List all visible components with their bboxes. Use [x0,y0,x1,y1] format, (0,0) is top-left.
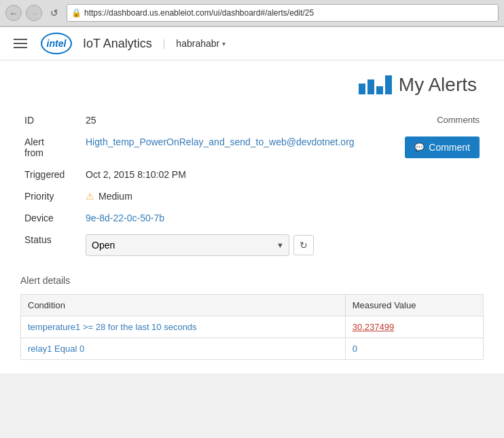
table-row: temperature1 >= 28 for the last 10 secon… [21,316,484,338]
refresh-action-icon: ↻ [300,240,308,251]
comments-label: Comments [391,109,484,131]
forward-button[interactable]: → [26,5,42,21]
measured-value-cell-1[interactable]: 30.237499 [345,316,483,338]
comment-button[interactable]: 💬 Comment [405,136,480,158]
table-row: relay1 Equal 0 0 [21,338,484,360]
hamburger-line [14,47,27,48]
refresh-action-button[interactable]: ↻ [293,235,314,255]
alert-from-label: Alertfrom [20,131,82,164]
id-value: 25 [82,109,391,131]
condition-cell-1[interactable]: temperature1 >= 28 for the last 10 secon… [21,316,346,338]
alert-from-value[interactable]: Higth_temp_PowerOnRelay_and_send_to_web@… [82,131,391,164]
header-divider: | [163,38,166,49]
triggered-row: Triggered Oct 2, 2015 8:10:02 PM [20,164,484,185]
measured-value-header: Measured Value [345,295,483,316]
status-row: Status Open Closed ▼ ↻ [20,229,484,261]
lock-icon: 🔒 [71,8,82,18]
status-label: Status [20,229,82,261]
table-header-row: Condition Measured Value [21,295,484,316]
address-bar[interactable]: 🔒 https://dashboard.us.enableiot.com/ui/… [67,4,499,22]
app-title: IoT Analytics [83,37,152,51]
page-content: My Alerts ID 25 Comments Alertfrom Higth… [0,60,504,373]
back-button[interactable]: ← [5,5,22,21]
measured-value-cell-2[interactable]: 0 [345,338,483,360]
page-title-section: My Alerts [20,74,484,96]
device-row: Device 9e-8d-22-0c-50-7b [20,207,484,229]
device-value[interactable]: 9e-8d-22-0c-50-7b [82,207,391,229]
status-select[interactable]: Open Closed [86,234,289,256]
condition-header: Condition [21,295,346,316]
alert-details-header: Alert details [20,272,484,289]
status-value: Open Closed ▼ ↻ [82,229,391,261]
condition-cell-2[interactable]: relay1 Equal 0 [21,338,346,360]
id-row: ID 25 Comments [20,109,484,131]
refresh-button[interactable]: ↺ [46,5,62,21]
chart-bar-3 [376,86,383,94]
user-menu-arrow: ▾ [222,40,226,48]
chart-icon [359,75,392,94]
priority-label: Priority [20,185,82,207]
chart-bar-2 [367,79,374,94]
status-select-wrapper: Open Closed ▼ [86,234,289,256]
id-label: ID [20,109,82,131]
triggered-label: Triggered [20,164,82,185]
comment-button-label: Comment [429,142,470,153]
alert-detail-table: ID 25 Comments Alertfrom Higth_temp_Powe… [20,109,484,261]
hamburger-line [14,43,27,44]
hamburger-line [14,39,27,40]
browser-chrome: ← → ↺ 🔒 https://dashboard.us.enableiot.c… [0,0,504,27]
priority-row: Priority ⚠ Medium [20,185,484,207]
alert-conditions-table: Condition Measured Value temperature1 >=… [20,294,484,360]
page-title: My Alerts [399,74,477,96]
comment-icon: 💬 [414,143,425,152]
url-text: https://dashboard.us.enableiot.com/ui/da… [84,8,314,18]
triggered-value: Oct 2, 2015 8:10:02 PM [82,164,391,185]
alert-from-row: Alertfrom Higth_temp_PowerOnRelay_and_se… [20,131,484,164]
browser-toolbar: ← → ↺ 🔒 https://dashboard.us.enableiot.c… [0,0,504,26]
priority-value: ⚠ Medium [82,185,391,207]
intel-logo: intel [41,33,72,54]
chart-bar-1 [359,84,365,94]
user-name: habrahabr [176,38,219,49]
user-menu[interactable]: habrahabr ▾ [176,38,226,49]
device-label: Device [20,207,82,229]
warning-icon: ⚠ [86,191,94,202]
hamburger-button[interactable] [11,36,30,51]
chart-bar-4 [385,75,392,94]
app-header: intel IoT Analytics | habrahabr ▾ [0,27,504,60]
